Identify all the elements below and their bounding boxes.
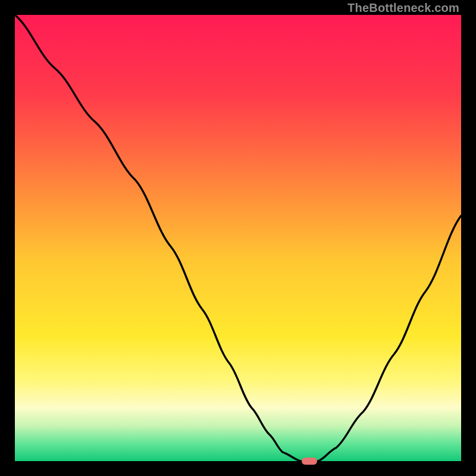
optimal-point-marker bbox=[302, 458, 317, 465]
chart-outer-frame: TheBottleneck.com bbox=[0, 0, 476, 476]
bottleneck-curve-path bbox=[15, 15, 461, 461]
plot-area bbox=[15, 15, 461, 461]
bottleneck-curve-svg bbox=[15, 15, 461, 461]
watermark-text: TheBottleneck.com bbox=[347, 1, 459, 15]
